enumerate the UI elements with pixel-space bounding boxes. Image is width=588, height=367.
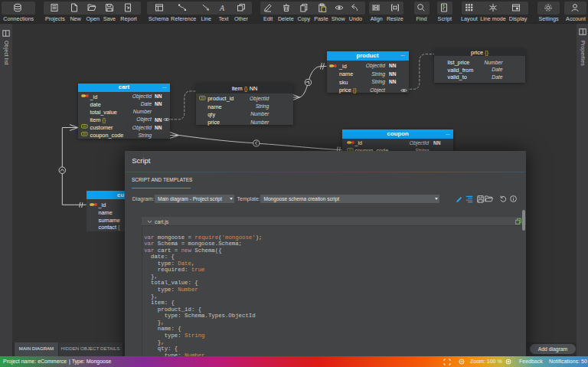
svg-text:A: A [219,4,225,12]
